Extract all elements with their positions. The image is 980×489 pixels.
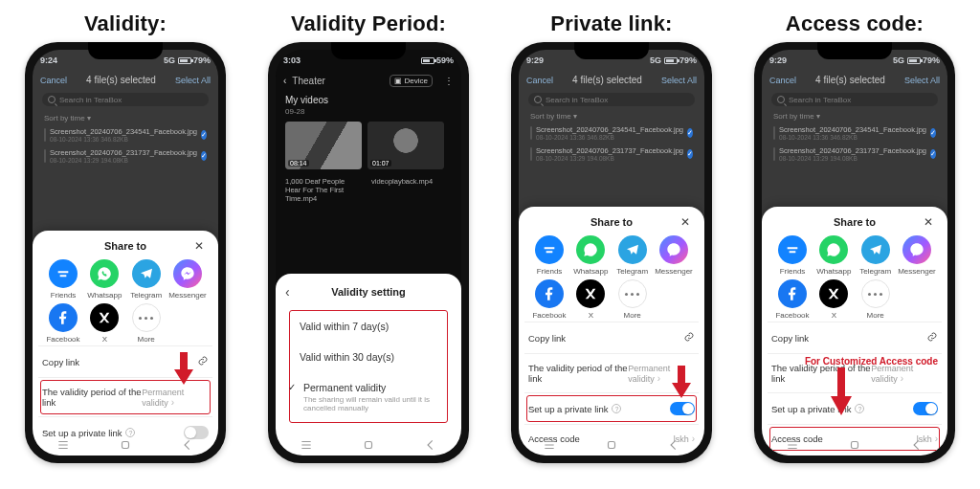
back-icon	[181, 438, 194, 452]
link-icon	[683, 331, 695, 345]
share-messenger[interactable]: Messenger	[655, 235, 693, 276]
android-nav	[762, 437, 947, 453]
validity-options: Valid within 7 day(s) Valid within 30 da…	[289, 310, 448, 423]
title-2: Validity Period:	[291, 11, 446, 36]
panel-back-button[interactable]: ‹	[285, 284, 290, 300]
picker-header: Cancel 4 file(s) selected Select All	[38, 71, 212, 89]
device-tab[interactable]: ▣ Device	[390, 75, 433, 87]
search-icon	[48, 96, 56, 103]
validity-row[interactable]: The validity period of the link Permanen…	[40, 380, 211, 414]
link-icon	[197, 355, 209, 368]
share-sheet: Share to ✕ Friends Whatsapp Telegram Mes…	[33, 231, 218, 456]
date-label: 09-28	[276, 107, 461, 116]
phone-3: 9:29 5G79% Cancel4 file(s) selectedSelec…	[511, 42, 712, 463]
col-1: Validity: 9:24 5G 79% Cancel	[25, 8, 226, 463]
video-thumb[interactable]: 01:07	[368, 122, 444, 169]
highlight-arrow-icon	[672, 366, 691, 398]
validity-panel: ‹ Validity setting Valid within 7 day(s)…	[276, 274, 461, 456]
more-icon	[132, 303, 161, 332]
panel-title: Validity setting	[331, 286, 406, 298]
theater-title: Theater	[292, 76, 324, 86]
status-time: 9:24	[40, 56, 57, 65]
video-thumb[interactable]: 08:14	[285, 122, 362, 169]
share-messenger[interactable]: Messenger	[168, 259, 207, 300]
notch	[88, 42, 163, 59]
search-placeholder: Search in TeraBox	[59, 96, 122, 104]
notch	[574, 42, 649, 59]
svg-rect-3	[851, 442, 858, 449]
battery-icon: 79%	[178, 56, 211, 65]
whatsapp-icon	[90, 259, 119, 288]
theater-bg: ‹ Theater ▣ Device ⋮ My videos 09-28 08:…	[276, 69, 461, 205]
private-toggle[interactable]	[913, 402, 938, 415]
android-nav	[519, 437, 704, 453]
share-whatsapp[interactable]: Whatsapp	[85, 259, 123, 300]
validity-30d[interactable]: Valid within 30 day(s)	[290, 342, 447, 372]
info-icon: ?	[125, 428, 135, 437]
share-apps-row2: Facebook X More	[40, 300, 211, 344]
menu-icon[interactable]: ⋮	[444, 76, 454, 86]
select-all-button[interactable]: Select All	[175, 76, 211, 85]
share-apps-row1: Friends Whatsapp Telegram Messenger	[40, 256, 211, 300]
share-facebook[interactable]: Facebook	[530, 279, 568, 320]
share-friends[interactable]: Friends	[530, 235, 568, 276]
private-toggle[interactable]	[670, 402, 695, 415]
file-row[interactable]: Screenshot_20240706_234541_Facebook.jpg0…	[38, 124, 212, 145]
facebook-icon	[49, 303, 78, 332]
share-telegram[interactable]: Telegram	[127, 259, 166, 300]
private-link-row[interactable]: Set up a private link?	[526, 395, 697, 422]
title-3: Private link:	[550, 11, 672, 36]
svg-rect-1	[365, 442, 371, 449]
validity-permanent[interactable]: ✓ Permanent validity The sharing will re…	[290, 372, 447, 422]
share-telegram[interactable]: Telegram	[613, 235, 652, 276]
file-thumb	[44, 128, 46, 142]
share-more[interactable]: More	[613, 279, 652, 320]
phone-1: 9:24 5G 79% Cancel 4 file(s) selected Se…	[25, 42, 226, 463]
title-4: Access code:	[786, 11, 924, 36]
col-2: Validity Period: 3:03 59% ‹ Theater ▣ De…	[268, 8, 469, 463]
sort-button[interactable]: Sort by time	[38, 114, 212, 124]
copy-link-row[interactable]: Copy link	[526, 324, 697, 351]
close-icon[interactable]: ✕	[678, 214, 693, 230]
close-icon[interactable]: ✕	[921, 214, 936, 230]
check-icon: ✓	[201, 151, 207, 161]
screen-3: 9:29 5G79% Cancel4 file(s) selectedSelec…	[519, 50, 704, 456]
validity-7d[interactable]: Valid within 7 day(s)	[290, 311, 447, 342]
android-nav	[276, 437, 461, 453]
sheet-title: Share to	[104, 240, 146, 252]
screen-4: 9:29 5G79% Cancel4 file(s) selectedSelec…	[762, 50, 947, 456]
cancel-button[interactable]: Cancel	[40, 76, 67, 85]
share-x[interactable]: X	[85, 303, 123, 344]
share-sheet: Share to✕ Friends Whatsapp Telegram Mess…	[762, 207, 947, 456]
access-note: For Customized Access code	[805, 356, 938, 367]
picker-title: 4 file(s) selected	[86, 75, 156, 85]
back-button[interactable]: ‹	[283, 76, 286, 86]
col-4: Access code: 9:29 5G79% Cancel4 file(s) …	[754, 8, 955, 463]
search-input[interactable]: Search in TeraBox	[42, 93, 209, 106]
telegram-icon	[132, 259, 161, 288]
screen-1: 9:24 5G 79% Cancel 4 file(s) selected Se…	[33, 50, 218, 456]
phone-4: 9:29 5G79% Cancel4 file(s) selectedSelec…	[754, 42, 955, 463]
svg-rect-0	[122, 442, 128, 449]
recent-icon	[56, 438, 70, 452]
share-sheet: Share to✕ Friends Whatsapp Telegram Mess…	[519, 207, 704, 456]
share-x[interactable]: X	[571, 279, 610, 320]
private-link-row[interactable]: Set up a private link?	[769, 395, 940, 422]
col-3: Private link: 9:29 5G79% Cancel4 file(s)…	[511, 8, 712, 463]
stage: Validity: 9:24 5G 79% Cancel	[0, 0, 980, 489]
share-friends[interactable]: Friends	[44, 259, 82, 300]
share-facebook[interactable]: Facebook	[44, 303, 82, 344]
status-time: 3:03	[283, 56, 301, 65]
file-row[interactable]: Screenshot_20240706_231737_Facebook.jpg0…	[38, 145, 212, 167]
friends-icon	[49, 259, 78, 288]
phones-row: Validity: 9:24 5G 79% Cancel	[0, 0, 980, 463]
x-icon	[90, 303, 119, 332]
status-right: 5G 79%	[164, 56, 211, 65]
file-picker-bg: Cancel 4 file(s) selected Select All Sea…	[33, 69, 218, 168]
android-nav	[33, 437, 218, 453]
share-more[interactable]: More	[127, 303, 166, 344]
close-icon[interactable]: ✕	[191, 238, 207, 254]
home-icon	[119, 438, 132, 452]
share-whatsapp[interactable]: Whatsapp	[571, 235, 610, 276]
copy-link-row[interactable]: Copy link	[769, 324, 940, 351]
